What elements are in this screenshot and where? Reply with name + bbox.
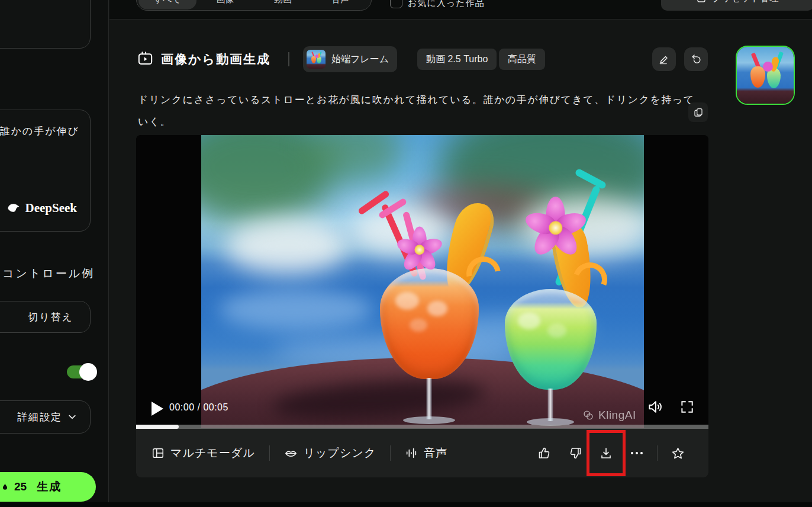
toolbar-separator [269,445,270,461]
redo-icon [690,53,702,65]
prompt-textarea[interactable]: 誰かの手が伸び DeepSeek [0,110,91,232]
thumbs-up-button[interactable] [529,435,560,471]
copy-icon [693,107,704,118]
tab-video[interactable]: 動画 [254,0,312,9]
advanced-settings-label: 詳細設定 [17,410,62,424]
video-result-card: 00:00 / 00:05 KlingAI マルチモーダル [136,135,708,477]
quality-tag[interactable]: 高品質 [499,49,545,70]
energy-flame-icon [0,482,10,492]
favorites-checkbox[interactable] [390,0,402,8]
toolbar-separator [390,445,391,461]
volume-icon[interactable] [647,398,665,416]
play-button[interactable] [152,402,163,416]
image-to-video-icon [137,50,153,66]
tab-all[interactable]: すべて [138,0,196,9]
chevron-down-icon [67,412,77,422]
media-filter-tabs: すべて 画像 動画 音声 [136,0,372,11]
generate-button[interactable]: 25 生成 [0,472,96,502]
generate-cost: 25 [14,480,27,493]
result-action-bar: マルチモーダル リップシンク 音声 [136,429,708,477]
source-image-thumbnail[interactable] [736,46,795,105]
time-display: 00:00 / 00:05 [169,402,228,413]
more-button[interactable] [621,435,652,471]
result-icon-actions [529,435,693,471]
switch-button-label: 切り替え [28,310,73,324]
multimodal-label: マルチモーダル [170,445,255,461]
start-frame-tag-label: 始端フレーム [331,53,389,66]
switch-button[interactable]: 切り替え [0,301,91,333]
start-frame-thumbnail [307,50,326,69]
preset-manage-button[interactable]: プリセット管理 [661,0,812,11]
model-tag-label: 動画 2.5 Turbo [426,53,488,66]
klingai-logo-icon [582,409,595,422]
audio-label: 音声 [424,445,447,461]
klingai-generation-page: { "topbar": { "tabs": ["すべて", "画像", "動画"… [0,0,812,507]
regenerate-button[interactable] [684,47,708,71]
generate-label: 生成 [37,479,62,495]
quality-tag-label: 高品質 [508,53,536,66]
klingai-watermark-label: KlingAI [598,409,636,422]
feature-toggle[interactable] [67,365,93,378]
page-title: 画像から動画生成 [161,51,270,68]
ellipsis-icon [631,452,643,454]
bottom-strip [0,502,812,507]
video-player[interactable]: 00:00 / 00:05 KlingAI [136,135,708,428]
edit-button[interactable] [652,47,676,71]
left-sidebar: 誰かの手が伸び DeepSeek コントロール例 切り替え 詳細設定 25 生成 [0,0,109,507]
deepseek-whale-icon [7,201,21,216]
prompt-text: ドリンクにささっているストローとお花が風に吹かれて揺れている。誰かの手が伸びてき… [138,89,701,133]
lips-icon [284,447,298,460]
klingai-watermark: KlingAI [582,409,636,422]
title-separator [288,52,289,66]
multimodal-button[interactable]: マルチモーダル [152,445,255,461]
favorites-checkbox-label[interactable]: お気に入った作品 [408,0,484,9]
tab-image[interactable]: 画像 [196,0,254,9]
generation-title-row: 画像から動画生成 始端フレーム 動画 2.5 Turbo 高品質 [136,46,708,72]
download-button[interactable] [591,435,621,471]
audio-button[interactable]: 音声 [405,445,447,461]
multimodal-icon [152,447,165,460]
copy-prompt-button[interactable] [688,102,708,122]
control-example-label: コントロール例 [2,266,95,281]
preset-manage-label: プリセット管理 [712,0,779,4]
deepseek-badge: DeepSeek [7,201,78,216]
toolbar-separator [657,445,658,461]
tab-audio[interactable]: 音声 [312,0,370,9]
favorite-star-button[interactable] [662,435,693,471]
model-tag[interactable]: 動画 2.5 Turbo [417,49,497,70]
video-progress-bar[interactable] [136,425,708,429]
video-progress-fill [136,425,179,429]
lipsync-button[interactable]: リップシンク [284,445,376,461]
toggle-knob [79,363,97,381]
download-highlight-box [587,430,626,476]
advanced-settings-button[interactable]: 詳細設定 [0,400,91,434]
prompt-preview-text[interactable]: 誰かの手が伸び [0,124,79,138]
preset-icon [696,0,707,4]
waveform-icon [405,447,418,460]
sidebar-upload-box[interactable] [0,0,91,49]
lipsync-label: リップシンク [304,445,376,461]
fullscreen-icon[interactable] [679,399,695,415]
player-controls-overlay: 00:00 / 00:05 KlingAI [136,135,708,428]
pencil-icon [658,53,670,65]
start-frame-tag[interactable]: 始端フレーム [303,46,397,72]
deepseek-label: DeepSeek [25,201,78,216]
